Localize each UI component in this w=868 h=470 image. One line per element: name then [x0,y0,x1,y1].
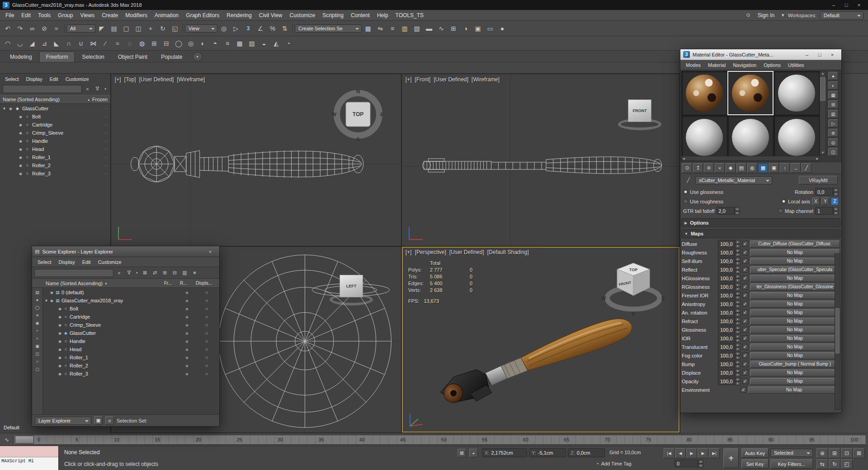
map-enable-checkbox[interactable]: ✓ [742,344,748,350]
visibility-icon[interactable]: ◉ [18,147,24,151]
material-editor-icon[interactable]: ◑ [460,23,472,34]
named-selection-sets-dropdown[interactable]: Create Selection Se [295,24,362,33]
ribbon-tab[interactable]: Selection [75,52,110,62]
lock-explorer-icon[interactable]: ⊠ [141,268,149,277]
display-cell[interactable]: ⊙ [195,299,218,303]
search-input[interactable] [34,269,113,277]
display-cell[interactable]: ⊙ [195,331,218,335]
menu-item[interactable]: Animation [151,11,182,20]
select-by-material-icon[interactable]: ◎ [828,138,838,146]
show-map-in-viewport-icon[interactable]: ▦ [758,163,768,173]
map-enable-checkbox[interactable]: ✓ [742,241,748,247]
map-button[interactable]: No Map [750,301,840,308]
explorer-menu-item[interactable]: Edit [79,258,94,266]
filter-funnel-icon[interactable]: ∇ [125,268,133,277]
orbit-icon[interactable]: ↻ [829,459,840,469]
select-and-manipulate-icon[interactable]: ▷ [230,23,242,34]
viewport-user-menu[interactable]: [User Defined] [449,249,484,255]
layer-row[interactable]: ◉ ○ Roller_3 ◉ ⊙ [43,370,219,378]
expand-all-icon[interactable]: ⊞ [160,268,169,277]
get-material-icon[interactable]: ⊙ [682,163,692,173]
unlink-selection-icon[interactable]: ⊘ [38,23,50,34]
layer-row[interactable]: ◉ ○ Head ◉ ⊙ [43,345,219,353]
dock-menu-item[interactable]: Customize [62,75,92,83]
ribbon-tab[interactable]: Populate [155,52,189,62]
map-amount-spinner[interactable]: 100,0 ▲▼ [718,317,741,325]
render-cell[interactable]: ◉ [179,356,195,360]
snap-toggle-icon[interactable]: 3 [242,23,254,34]
spinner-snap-icon[interactable]: ⇅ [279,23,291,34]
visibility-icon[interactable]: ◉ [57,323,63,327]
set-key-button[interactable]: Set Key [741,459,769,469]
zoom-icon[interactable]: ⊕ [816,448,828,458]
close-icon[interactable]: × [826,51,839,58]
material-editor-menu-item[interactable]: Options [760,61,784,69]
layer-row[interactable]: ◉ ○ Cartridge ◉ ⊙ [43,313,219,321]
go-to-parent-icon[interactable]: ↑ [780,163,790,173]
freeze-toggle-icon[interactable]: ∗ [190,268,199,277]
menu-item[interactable]: Civil View [255,11,286,20]
menu-item[interactable]: Tools [34,11,54,20]
map-button[interactable]: ter_Glossiness (GlassCutter_Glossine [750,283,840,291]
shell-icon[interactable]: ◔ [283,38,294,49]
map-button[interactable]: No Map [750,352,840,359]
map-button[interactable]: No Map [750,369,840,376]
map-button[interactable]: No Map [750,318,840,325]
explorer-menu-item[interactable]: Display [55,258,79,266]
layer-row[interactable]: ▼ ◉ ▤ GlassCutter_max2018_vray ◉ ⊙ [43,296,219,305]
layer-row[interactable]: ◉ ○ Roller_1 ◉ ⊙ [43,353,219,362]
map-enable-checkbox[interactable]: ✓ [742,301,748,307]
map-enable-checkbox[interactable]: ✓ [742,292,748,298]
viewport-pov-menu[interactable]: [Perspective] [415,249,446,255]
render-cell[interactable]: ◉ [179,364,195,368]
menu-item[interactable]: Edit [18,11,34,20]
shrink-selection-icon[interactable]: ⊟ [160,38,172,49]
show-end-result-icon[interactable]: ▣ [769,163,779,173]
column-name[interactable]: Name (Sorted Ascending) [3,97,85,102]
material-slot[interactable] [681,71,727,115]
material-slot[interactable] [774,115,820,160]
column-frozen[interactable]: Frozen [92,97,108,102]
material-slot[interactable] [774,71,820,115]
angle-snap-icon[interactable]: ∠ [255,23,266,34]
pin-explorer-icon[interactable]: ▣ [94,416,103,425]
map-button[interactable]: No Map [750,275,840,282]
visibility-icon[interactable]: ◉ [18,139,24,143]
funnel-caret-icon[interactable]: ▾ [103,85,108,93]
minimize-icon[interactable]: – [827,1,840,9]
key-filters-button[interactable]: Key Filters... [770,459,813,469]
window-crossing-icon[interactable]: ◫ [132,23,144,34]
render-cell[interactable]: ◉ [179,339,195,343]
map-enable-checkbox[interactable]: ✓ [742,249,748,255]
tree-row[interactable]: ◉ ○ Head ▫▫ [0,145,110,153]
go-to-end-icon[interactable]: ▶| [709,448,720,458]
expander-icon[interactable]: ▼ [44,299,49,303]
curve-editor-icon[interactable]: ∿ [435,23,447,34]
display-geometry-icon[interactable]: ● [33,296,42,304]
sign-in-button[interactable]: Sign In [754,11,778,20]
listener-pane[interactable]: MAXScript Mi [0,457,58,470]
auto-key-button[interactable]: Auto Key [741,448,769,458]
maximize-icon[interactable]: □ [840,1,853,9]
visibility-icon[interactable]: ◉ [18,131,24,135]
map-amount-spinner[interactable]: 100,0 ▲▼ [718,334,741,342]
visibility-icon[interactable]: ◉ [57,331,63,335]
visibility-icon[interactable]: ◉ [57,339,63,343]
map-enable-checkbox[interactable]: ✓ [742,370,748,376]
undo-icon[interactable]: ↶ [2,23,14,34]
search-clear-icon[interactable]: × [115,268,123,277]
y-coordinate-field[interactable]: Y:-5,1cm [529,448,566,457]
map-enable-checkbox[interactable]: ✓ [742,335,748,341]
menu-item[interactable]: Create [98,11,122,20]
render-cell[interactable]: ◉ [179,372,195,376]
close-icon[interactable]: × [853,1,865,9]
viewport-front[interactable]: [+] [Front] [User Defined] [Wireframe] F… [401,74,680,246]
column-render[interactable]: R... [180,281,196,286]
rotation-spinner[interactable]: 0,0 ▲▼ [815,188,839,196]
map-channel-spinner[interactable]: 1 ▲▼ [815,207,839,215]
go-to-start-icon[interactable]: |◀ [664,448,675,458]
layer-row[interactable]: ◉ ▤ 0 (default) ◉ ⊙ [43,288,219,296]
viewport-general-menu[interactable]: [+] [406,249,412,255]
macro-recorder-pane[interactable] [0,446,58,457]
viewport-pov-menu[interactable]: [Front] [415,76,431,83]
